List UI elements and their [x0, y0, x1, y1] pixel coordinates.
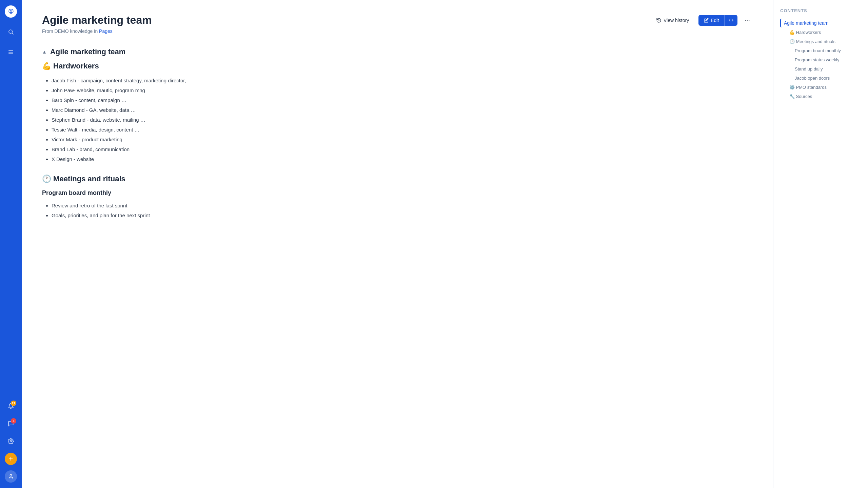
hardworkers-section: 💪 Hardworkers ✏️ <> Jacob Fish - campaig…	[42, 62, 753, 164]
meetings-title: 🕐 Meetings and rituals	[42, 175, 125, 183]
list-item: Stephen Brand - data, website, mailing …	[52, 115, 753, 124]
list-item: Barb Spin - content, campaign …	[52, 96, 753, 105]
more-options-button[interactable]: ···	[742, 14, 753, 27]
content-area: Agile marketing team From DEMO knowledge…	[22, 0, 773, 488]
code-section-icon[interactable]: <>	[745, 48, 753, 56]
menu-icon[interactable]	[5, 46, 17, 58]
list-item: Victor Mark - product marketing	[52, 135, 753, 144]
program-board-header: Program board monthly ✏️ <>	[42, 189, 753, 197]
sidebar-bottom: 21 3 +	[5, 400, 17, 483]
svg-point-6	[10, 474, 12, 476]
list-item: John Paw- website, mautic, program mng	[52, 86, 753, 95]
edit-program-board-icon[interactable]: ✏️	[733, 189, 742, 197]
main-section-title: ▲ Agile marketing team	[42, 47, 125, 56]
main-section: ▲ Agile marketing team ✏️ <> 💪 Hardworke…	[42, 47, 753, 220]
edit-meetings-icon[interactable]: ✏️	[733, 175, 742, 183]
sidebar: ① 21 3 +	[0, 0, 22, 488]
search-icon[interactable]	[5, 26, 17, 38]
header-actions: View history Edit	[651, 14, 753, 27]
program-board-title: Program board monthly	[42, 189, 111, 197]
app-logo[interactable]: ①	[5, 5, 17, 18]
edit-hardworkers-icon[interactable]: ✏️	[733, 62, 742, 70]
contents-item-main[interactable]: Agile marketing team	[780, 19, 861, 27]
messages-badge: 3	[11, 418, 16, 424]
edit-section-icon[interactable]: ✏️	[733, 48, 742, 56]
view-history-button[interactable]: View history	[651, 15, 694, 26]
contents-item-meetings[interactable]: 🕐 Meetings and rituals	[780, 37, 861, 46]
history-icon	[656, 18, 662, 23]
contents-item-pmo[interactable]: ⚙️ PMO standards	[780, 83, 861, 92]
code-hardworkers-icon[interactable]: <>	[745, 62, 753, 70]
page-header: Agile marketing team From DEMO knowledge…	[42, 14, 753, 34]
contents-item-jacob-open-doors[interactable]: Jacob open doors	[780, 74, 861, 82]
edit-button[interactable]: Edit	[698, 15, 724, 26]
code-program-board-icon[interactable]: <>	[745, 189, 753, 197]
list-item: Review and retro of the last sprint	[52, 201, 753, 210]
collapse-icon[interactable]: ▲	[42, 49, 47, 55]
list-item: Tessie Walt - media, design, content …	[52, 125, 753, 134]
meetings-section: 🕐 Meetings and rituals ✏️ <> Program boa…	[42, 175, 753, 220]
svg-point-5	[10, 441, 12, 442]
contents-item-standup[interactable]: Stand up daily	[780, 65, 861, 73]
edit-button-group: Edit	[698, 15, 737, 26]
hardworkers-header: 💪 Hardworkers ✏️ <>	[42, 62, 753, 70]
contents-item-program-board[interactable]: Program board monthly	[780, 46, 861, 55]
program-board-list: Review and retro of the last sprint Goal…	[42, 201, 753, 220]
page-title: Agile marketing team	[42, 14, 152, 26]
hardworkers-title: 💪 Hardworkers	[42, 62, 99, 70]
edit-icon	[704, 18, 709, 23]
list-item: Jacob Fish - campaign, content strategy,…	[52, 76, 753, 85]
list-item: Brand Lab - brand, communication	[52, 145, 753, 154]
code-toggle-button[interactable]	[724, 15, 737, 26]
page-title-section: Agile marketing team From DEMO knowledge…	[42, 14, 152, 34]
code-meetings-icon[interactable]: <>	[745, 175, 753, 183]
main-section-header: ▲ Agile marketing team ✏️ <>	[42, 47, 753, 56]
contents-sidebar: Contents Agile marketing team 💪 Hardwork…	[773, 0, 868, 488]
messages-icon[interactable]: 3	[5, 418, 17, 430]
list-item: Marc Diamond - GA, website, data …	[52, 105, 753, 115]
page-subtitle: From DEMO knowledge in Pages	[42, 28, 152, 34]
contents-item-program-status[interactable]: Program status weekly	[780, 56, 861, 64]
settings-icon[interactable]	[5, 435, 17, 447]
pages-link[interactable]: Pages	[99, 28, 113, 34]
contents-item-sources[interactable]: 🔧 Sources	[780, 92, 861, 101]
contents-item-hardworkers[interactable]: 💪 Hardworkers	[780, 28, 861, 37]
notification-badge: 21	[11, 401, 16, 406]
program-board-section: Program board monthly ✏️ <> Review and r…	[42, 189, 753, 220]
meetings-header: 🕐 Meetings and rituals ✏️ <>	[42, 175, 753, 183]
user-avatar[interactable]	[5, 470, 17, 483]
list-item: Goals, priorities, and plan for the next…	[52, 211, 753, 220]
svg-point-0	[9, 30, 13, 34]
hardworkers-list: Jacob Fish - campaign, content strategy,…	[42, 76, 753, 164]
list-item: X Design - website	[52, 155, 753, 164]
svg-line-1	[12, 33, 13, 34]
add-button[interactable]: +	[5, 453, 17, 465]
contents-heading: Contents	[780, 8, 861, 13]
notifications-icon[interactable]: 21	[5, 400, 17, 412]
main-area: Agile marketing team From DEMO knowledge…	[22, 0, 868, 488]
code-icon	[729, 18, 733, 23]
